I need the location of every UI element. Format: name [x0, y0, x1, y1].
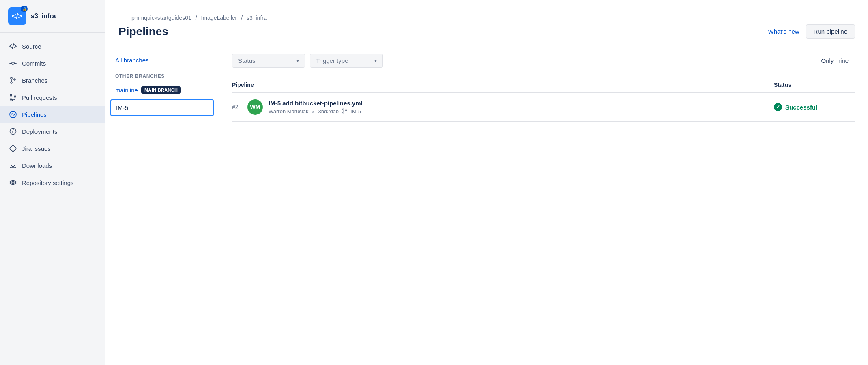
sidebar-item-label-branches: Branches: [22, 77, 47, 84]
avatar: WM: [247, 99, 263, 115]
header-actions: What's new Run pipeline: [768, 24, 855, 39]
sidebar-item-label-deployments: Deployments: [22, 128, 58, 135]
success-checkmark-icon: ✓: [774, 103, 782, 111]
sidebar-item-deployments[interactable]: Deployments: [0, 123, 105, 140]
sidebar-item-commits[interactable]: Commits: [0, 55, 105, 72]
sidebar-item-source[interactable]: Source: [0, 38, 105, 55]
sidebar-item-branches[interactable]: Branches: [0, 72, 105, 89]
col-pipeline-header: Pipeline: [232, 82, 774, 88]
run-pipeline-button[interactable]: Run pipeline: [806, 24, 855, 39]
avatar-initials: WM: [250, 104, 260, 110]
trigger-type-filter-label: Trigger type: [316, 57, 348, 64]
pipeline-icon: [9, 110, 17, 118]
code-icon: [9, 42, 17, 50]
sidebar-item-label-pipelines: Pipelines: [22, 111, 47, 118]
page-header: Pipelines What's new Run pipeline: [105, 21, 868, 45]
sidebar-item-label-downloads: Downloads: [22, 162, 52, 169]
pipeline-author: Warren Marusiak: [269, 108, 308, 114]
sidebar-item-label-commits: Commits: [22, 60, 46, 67]
trigger-type-filter[interactable]: Trigger type ▾: [310, 54, 383, 68]
other-branches-label: Other branches: [105, 67, 219, 82]
col-status-header: Status: [774, 82, 855, 88]
status-chevron-icon: ▾: [296, 58, 299, 64]
pipeline-status: ✓ Successful: [774, 103, 855, 111]
branch-mainline-link[interactable]: mainline: [115, 87, 138, 94]
filters-row: Status ▾ Trigger type ▾ Only mine: [232, 54, 855, 68]
main-branch-badge: MAIN BRANCH: [141, 86, 181, 94]
svg-line-0: [12, 44, 14, 49]
download-icon: [9, 161, 17, 170]
table-header: Pipeline Status: [232, 77, 855, 93]
main-content: pmmquickstartguides01 / ImageLabeller / …: [105, 0, 868, 365]
commit-icon: ⬦: [312, 108, 315, 114]
deploy-icon: [9, 127, 17, 135]
status-filter-label: Status: [238, 57, 256, 64]
branch-item-mainline[interactable]: mainline MAIN BRANCH: [105, 82, 219, 98]
branch-im5-label: IM-5: [116, 104, 128, 111]
trigger-type-chevron-icon: ▾: [374, 58, 377, 64]
branches-panel: All branches Other branches mainline MAI…: [105, 45, 219, 365]
sidebar-header: </> 🔒 s3_infra: [0, 0, 105, 33]
sidebar-item-downloads[interactable]: Downloads: [0, 157, 105, 174]
branch-item-im5[interactable]: IM-5: [110, 99, 214, 116]
sidebar-item-label-source: Source: [22, 43, 41, 50]
sidebar-item-pipelines[interactable]: Pipelines: [0, 106, 105, 123]
pr-icon: [9, 93, 17, 101]
repo-logo: </> 🔒: [8, 7, 26, 25]
sidebar: </> 🔒 s3_infra Source: [0, 0, 105, 365]
all-branches-link[interactable]: All branches: [105, 54, 219, 67]
settings-icon: [9, 178, 17, 187]
breadcrumb-org[interactable]: pmmquickstartguides01: [131, 15, 191, 21]
page-title: Pipelines: [118, 25, 168, 38]
repo-name: s3_infra: [31, 13, 56, 20]
pipeline-number: #2: [232, 104, 242, 110]
sidebar-item-label-pull-requests: Pull requests: [22, 94, 57, 101]
breadcrumb: pmmquickstartguides01 / ImageLabeller / …: [118, 7, 855, 21]
status-label: Successful: [785, 104, 817, 111]
status-filter[interactable]: Status ▾: [232, 54, 305, 68]
sidebar-item-pull-requests[interactable]: Pull requests: [0, 89, 105, 106]
breadcrumb-repo-parent[interactable]: ImageLabeller: [201, 15, 237, 21]
pipelines-panel: Status ▾ Trigger type ▾ Only mine Pipeli…: [219, 45, 868, 365]
pipeline-branch: IM-5: [350, 108, 361, 114]
breadcrumb-repo[interactable]: s3_infra: [247, 15, 267, 21]
sidebar-item-jira-issues[interactable]: Jira issues: [0, 140, 105, 157]
branch-meta-icon: [342, 108, 347, 115]
sidebar-item-repository-settings[interactable]: Repository settings: [0, 174, 105, 191]
pipeline-commit: 3bd2dab: [318, 108, 339, 114]
svg-rect-14: [10, 145, 17, 152]
table-row[interactable]: #2 WM IM-5 add bitbucket-pipelines.yml W…: [232, 93, 855, 122]
commit-icon: [9, 59, 17, 67]
branch-icon: [9, 76, 17, 84]
svg-point-17: [12, 182, 14, 184]
pipelines-table: Pipeline Status #2 WM IM-5 add bitbucket…: [232, 77, 855, 122]
pipeline-info: IM-5 add bitbucket-pipelines.yml Warren …: [269, 100, 774, 115]
lock-icon: 🔒: [21, 6, 28, 12]
whats-new-link[interactable]: What's new: [768, 28, 799, 35]
pipeline-title: IM-5 add bitbucket-pipelines.yml: [269, 100, 774, 107]
sidebar-nav: Source Commits: [0, 33, 105, 365]
sidebar-item-label-jira-issues: Jira issues: [22, 145, 51, 152]
content-area: All branches Other branches mainline MAI…: [105, 45, 868, 365]
jira-icon: [9, 144, 17, 152]
pipeline-meta: Warren Marusiak ⬦ 3bd2dab: [269, 108, 774, 115]
sidebar-item-label-repo-settings: Repository settings: [22, 179, 74, 186]
only-mine-button[interactable]: Only mine: [814, 54, 855, 67]
